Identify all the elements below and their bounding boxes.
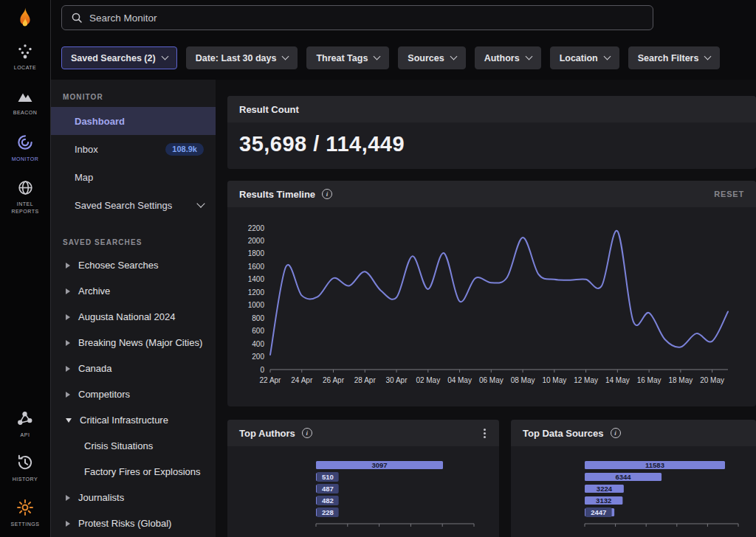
sidebar-section-monitor: MONITOR	[63, 93, 204, 101]
saved-search-echosec-searches[interactable]: Echosec Searches	[51, 252, 216, 278]
info-icon[interactable]	[302, 428, 312, 438]
rail-item-intel-reports[interactable]: INTEL REPORTS	[0, 179, 50, 215]
sidebar-item-inbox[interactable]: Inbox108.9k	[51, 135, 216, 163]
svg-text:28 Apr: 28 Apr	[354, 376, 377, 384]
saved-search-label: Breaking News (Major Cities)	[78, 337, 202, 348]
svg-text:14 May: 14 May	[605, 376, 630, 384]
sidebar-section-saved-searches: SAVED SEARCHES	[63, 238, 204, 246]
info-icon[interactable]	[611, 428, 621, 438]
saved-search-canada[interactable]: Canada	[51, 356, 216, 381]
rail-item-history[interactable]: HISTORY	[10, 453, 39, 483]
settings-gear-icon	[16, 498, 35, 517]
filter-sources[interactable]: Sources	[398, 46, 465, 69]
saved-search-crisis-situations[interactable]: Crisis Situations	[51, 433, 216, 459]
saved-search-breaking-news-major-cities[interactable]: Breaking News (Major Cities)	[51, 330, 216, 356]
beacon-icon	[16, 88, 35, 105]
top-data-sources-header: Top Data Sources	[511, 420, 756, 446]
saved-search-label: Journalists	[78, 492, 124, 503]
monitor-icon	[16, 133, 35, 152]
sidebar-monitor-list: DashboardInbox108.9kMapSaved Search Sett…	[51, 107, 216, 219]
workspace: MONITOR DashboardInbox108.9kMapSaved Sea…	[51, 80, 756, 537]
timeline-line-chart: 0200400600800100012001400160018002000220…	[230, 218, 740, 401]
svg-text:0: 0	[260, 366, 264, 374]
results-timeline-title: Results Timeline	[239, 189, 315, 200]
svg-text:2447: 2447	[591, 508, 606, 516]
filter-bar: Saved Searches (2)Date: Last 30 daysThre…	[51, 37, 756, 80]
svg-text:3097: 3097	[371, 461, 387, 469]
saved-search-label: Echosec Searches	[78, 260, 158, 271]
saved-search-label: Competitors	[78, 389, 130, 400]
rail-item-label: MONITOR	[12, 156, 38, 163]
svg-text:2000: 2000	[248, 237, 265, 245]
top-authors-card: Top Authors 3097510487482228	[227, 420, 499, 537]
filter-search-filters[interactable]: Search Filters	[628, 46, 721, 69]
filter-date-last-30-days[interactable]: Date: Last 30 days	[186, 46, 298, 69]
triangle-right-icon	[66, 392, 70, 398]
top-authors-header: Top Authors	[227, 420, 499, 446]
svg-text:1200: 1200	[248, 288, 265, 297]
chevron-down-icon	[282, 53, 289, 60]
authors-bar-chart: 3097510487482228	[229, 455, 489, 537]
svg-text:6344: 6344	[615, 473, 631, 481]
saved-search-label: Critical Infrastructure	[80, 415, 168, 426]
sidebar-item-label: Map	[75, 172, 93, 183]
sidebar-item-map[interactable]: Map	[51, 163, 216, 191]
saved-search-archive[interactable]: Archive	[51, 278, 216, 304]
search-icon	[71, 12, 83, 24]
svg-text:18 May: 18 May	[668, 376, 693, 384]
app-root: LOCATE BEACON MONITOR INTEL R	[0, 0, 756, 537]
reset-button[interactable]: RESET	[714, 190, 744, 198]
top-authors-title: Top Authors	[239, 428, 295, 439]
filter-authors[interactable]: Authors	[475, 46, 541, 69]
rail-item-beacon[interactable]: BEACON	[0, 88, 50, 117]
result-count-value: 35,698 / 114,449	[227, 122, 756, 169]
triangle-right-icon	[66, 340, 70, 346]
svg-text:3224: 3224	[597, 485, 613, 493]
saved-search-protest-risks-global[interactable]: Protest Risks (Global)	[51, 510, 216, 536]
rail-item-locate[interactable]: LOCATE	[0, 43, 50, 72]
content-area: Saved Searches (2)Date: Last 30 daysThre…	[50, 0, 756, 537]
sidebar-item-saved-search-settings[interactable]: Saved Search Settings	[51, 191, 216, 219]
flame-logo-icon	[15, 6, 35, 30]
rail-item-settings[interactable]: SETTINGS	[10, 498, 39, 528]
saved-search-augusta-national-2024[interactable]: Augusta National 2024	[51, 304, 216, 330]
svg-text:08 May: 08 May	[511, 376, 535, 384]
sidebar-saved-searches-list: Echosec SearchesArchiveAugusta National …	[51, 252, 216, 536]
sidebar-item-dashboard[interactable]: Dashboard	[51, 107, 216, 135]
svg-text:22 Apr: 22 Apr	[260, 376, 282, 384]
saved-search-journalists[interactable]: Journalists	[51, 485, 216, 510]
app-logo[interactable]	[15, 6, 35, 32]
sidebar-item-label: Dashboard	[75, 116, 125, 127]
svg-text:1800: 1800	[248, 249, 265, 257]
rail-item-label: SETTINGS	[10, 521, 39, 528]
rail-item-label: API	[21, 432, 30, 439]
triangle-right-icon	[66, 521, 70, 527]
chevron-down-icon	[603, 53, 611, 60]
rail-item-api[interactable]: API	[10, 409, 39, 439]
filter-label: Authors	[484, 53, 520, 63]
filter-location[interactable]: Location	[550, 46, 619, 69]
svg-text:02 May: 02 May	[416, 376, 440, 384]
svg-text:510: 510	[322, 473, 334, 481]
rail-item-monitor[interactable]: MONITOR	[0, 133, 50, 163]
search-input[interactable]	[89, 13, 644, 24]
chevron-down-icon	[450, 53, 457, 60]
svg-text:04 May: 04 May	[447, 376, 472, 384]
saved-search-label: Canada	[78, 363, 112, 374]
svg-text:228: 228	[322, 508, 334, 516]
rail-bottom-group: API HISTORY	[10, 409, 39, 528]
chevron-down-icon	[196, 199, 205, 207]
results-timeline-header: Results Timeline RESET	[227, 181, 756, 207]
sidebar: MONITOR DashboardInbox108.9kMapSaved Sea…	[51, 80, 216, 537]
filter-threat-tags[interactable]: Threat Tags	[306, 46, 389, 69]
kebab-menu-icon[interactable]	[484, 432, 486, 434]
filter-saved-searches-2[interactable]: Saved Searches (2)	[61, 46, 177, 69]
rail-item-label: BEACON	[13, 109, 38, 117]
svg-text:26 Apr: 26 Apr	[323, 376, 345, 384]
intel-reports-icon	[16, 179, 35, 197]
saved-search-competitors[interactable]: Competitors	[51, 381, 216, 407]
info-icon[interactable]	[322, 189, 332, 199]
saved-search-label: Archive	[78, 285, 110, 297]
saved-search-factory-fires-or-explosions[interactable]: Factory Fires or Explosions	[51, 459, 216, 485]
saved-search-critical-infrastructure[interactable]: Critical Infrastructure	[51, 407, 216, 433]
